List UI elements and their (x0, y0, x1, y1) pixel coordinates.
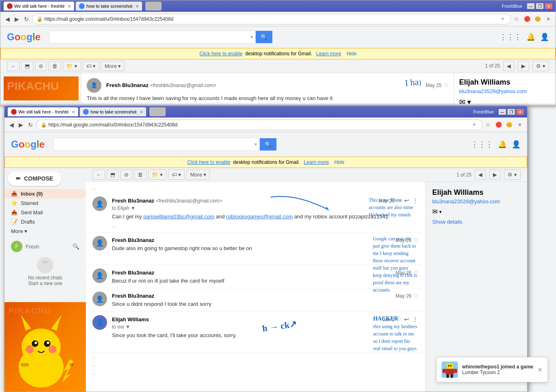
archive-toolbar-top[interactable]: ⬒ (21, 61, 33, 71)
avatar-icon-bottom[interactable]: 👤 (512, 140, 521, 149)
more-toolbar-bottom[interactable]: More ▾ (186, 170, 210, 180)
emoji-icon-top[interactable]: 😊 (534, 15, 542, 23)
bell-icon-bottom[interactable]: 🔔 (498, 140, 507, 149)
gmail-favicon-bottom (11, 109, 17, 115)
learn-more-bottom[interactable]: Learn more (304, 159, 329, 165)
search-dropdown-top[interactable]: ▼ (250, 35, 256, 39)
sidebar-item-more[interactable]: More ▾ (4, 226, 86, 236)
back-button-top[interactable]: ◀ (4, 14, 11, 24)
extension-icon-top[interactable]: 🔴 (523, 15, 531, 23)
menu-icon-top[interactable]: ≡ (544, 15, 552, 23)
tab-gmail-top[interactable]: We still talk here - freshbl ✕ (4, 2, 74, 11)
mail-dropdown[interactable]: ▾ (439, 209, 442, 215)
prev-email-top[interactable]: ◀ (503, 61, 514, 71)
tab-close-gmail-bottom[interactable]: ✕ (72, 110, 75, 114)
reload-button-bottom[interactable]: ↻ (26, 120, 35, 130)
new-tab-button-bottom[interactable] (149, 107, 166, 116)
tab-screenshot-top[interactable]: how to take screenshot ✕ (76, 2, 142, 11)
search-input-top[interactable] (49, 32, 250, 42)
maximize-button-top[interactable]: ❐ (536, 3, 543, 9)
prev-email-bottom[interactable]: ◀ (475, 170, 486, 180)
bookmark-icon-top[interactable]: ☆ (512, 15, 521, 23)
svg-point-8 (35, 342, 37, 344)
new-tab-button-top[interactable] (145, 2, 162, 11)
to-dropdown-1[interactable]: ▼ (131, 205, 136, 211)
search-input-bottom[interactable] (53, 139, 254, 149)
report-toolbar-top[interactable]: ⊘ (35, 61, 47, 71)
show-details-bottom[interactable]: Show details (432, 219, 462, 225)
label-toolbar-top[interactable]: 🏷 ▾ (83, 61, 100, 71)
email-row-2: 👤 Fresh Blu3nanaz May 26 ☆ Dude also im … (86, 233, 425, 265)
minimize-button-top[interactable]: — (527, 3, 534, 9)
sidebar-item-starred[interactable]: ⭐ Starred (4, 198, 86, 208)
notif-link-top[interactable]: Click here to enable (199, 51, 243, 57)
apps-icon-top[interactable]: ⋮⋮⋮ (499, 33, 521, 41)
sidebar-item-sent[interactable]: 📤 Sent Mail (4, 208, 86, 217)
link-1a[interactable]: pariswilliams03bc@gmail.com (143, 213, 214, 220)
menu-icon-bottom[interactable]: ≡ (516, 121, 524, 129)
compose-button[interactable]: ✏ COMPOSE (8, 171, 61, 186)
sidebar-item-drafts[interactable]: 📝 Drafts (4, 217, 86, 226)
forward-button-bottom[interactable]: ▶ (17, 120, 25, 130)
learn-more-top[interactable]: Learn more (316, 51, 341, 57)
avatar-icon-top[interactable]: 👤 (540, 33, 549, 41)
address-bar-top[interactable]: 🔒 https://mail.google.com/mail/u/0/#inbo… (32, 14, 511, 24)
next-email-top[interactable]: ▶ (518, 61, 529, 71)
report-toolbar-bottom[interactable]: ⊘ (120, 170, 132, 180)
back-toolbar-bottom[interactable]: ← (92, 170, 105, 180)
maximize-button-bottom[interactable]: ❐ (508, 109, 515, 115)
apps-icon-bottom[interactable]: ⋮⋮⋮ (471, 140, 493, 149)
delete-toolbar-bottom[interactable]: 🗑 (134, 170, 147, 180)
contact-email-top: blu3nana23529@yahoo.com (459, 88, 551, 94)
forward-button-top[interactable]: ▶ (13, 14, 21, 24)
search-box-bottom[interactable]: ▼ 🔍 (53, 138, 277, 151)
settings-top[interactable]: ⚙ ▾ (532, 61, 549, 71)
more-toolbar-top[interactable]: More ▾ (101, 61, 125, 71)
sender-email-top: <freshblu3nanaz@gmail.com> (150, 83, 217, 88)
search-button-top[interactable]: 🔍 (256, 31, 272, 43)
close-button-top[interactable]: ✕ (545, 3, 552, 9)
move-toolbar-bottom[interactable]: 📁 ▾ (148, 170, 166, 180)
ellipsis-1: ... (92, 222, 419, 229)
tab-screenshot-bottom[interactable]: how to take screenshot ✕ (80, 107, 146, 116)
star-top[interactable]: ☆ (443, 81, 449, 89)
delete-toolbar-top[interactable]: 🗑 (48, 61, 61, 71)
next-email-bottom[interactable]: ▶ (489, 170, 501, 180)
search-box-top[interactable]: ▼ 🔍 (49, 30, 273, 44)
close-button-bottom[interactable]: ✕ (517, 109, 524, 115)
move-toolbar-top[interactable]: 📁 ▾ (63, 61, 81, 71)
extension-icon-bottom[interactable]: 🔴 (495, 121, 503, 129)
address-bar-bottom[interactable]: 🔒 https://mail.google.com/mail/u/0/#inbo… (36, 120, 482, 130)
tab-close-gmail-top[interactable]: ✕ (68, 4, 71, 9)
reload-button-top[interactable]: ↻ (22, 14, 31, 24)
address-dropdown-top[interactable]: ▼ (499, 17, 506, 21)
minimize-button-bottom[interactable]: — (499, 109, 506, 115)
sender-email-1: <freshblu3nanaz@gmail.com> (156, 198, 222, 204)
bookmark-icon-bottom[interactable]: ☆ (484, 121, 492, 129)
back-toolbar-top[interactable]: ← (7, 61, 20, 71)
tab-close-screenshot-bottom[interactable]: ✕ (140, 110, 143, 114)
label-toolbar-bottom[interactable]: 🏷 ▾ (168, 170, 185, 180)
nav-bar-top: ◀ ▶ ↻ 🔒 https://mail.google.com/mail/u/0… (0, 12, 556, 26)
sidebar-item-inbox[interactable]: 📥 Inbox (9) (4, 189, 86, 198)
notif-link-bottom[interactable]: Click here to enable (187, 159, 230, 165)
hide-button-bottom[interactable]: Hide (334, 159, 344, 165)
emoji-icon-bottom[interactable]: 😊 (505, 121, 513, 129)
tab-close-screenshot-top[interactable]: ✕ (136, 4, 139, 9)
chat-search-icon[interactable]: 🔍 (72, 243, 79, 250)
back-button-bottom[interactable]: ◀ (8, 120, 15, 130)
to-dropdown-5[interactable]: ▼ (125, 324, 130, 330)
archive-toolbar-bottom[interactable]: ⬒ (107, 170, 119, 180)
pikachu-text-top: PIKACHU (7, 80, 59, 93)
nav-bar-bottom: ◀ ▶ ↻ 🔒 https://mail.google.com/mail/u/0… (4, 118, 527, 132)
svg-rect-13 (21, 363, 29, 366)
search-button-bottom[interactable]: 🔍 (260, 138, 276, 150)
hide-button-top[interactable]: Hide (346, 51, 357, 57)
notif-close-button[interactable]: ✕ (537, 366, 543, 374)
search-dropdown-bottom[interactable]: ▼ (254, 142, 260, 147)
settings-bottom[interactable]: ⚙ ▾ (504, 170, 521, 180)
bell-icon-top[interactable]: 🔔 (526, 33, 535, 41)
address-dropdown-bottom[interactable]: ▼ (471, 122, 478, 127)
tab-gmail-bottom[interactable]: We still talk here - freshbl ✕ (8, 107, 78, 116)
contact-name-bottom: Elijah Williams (432, 188, 521, 197)
